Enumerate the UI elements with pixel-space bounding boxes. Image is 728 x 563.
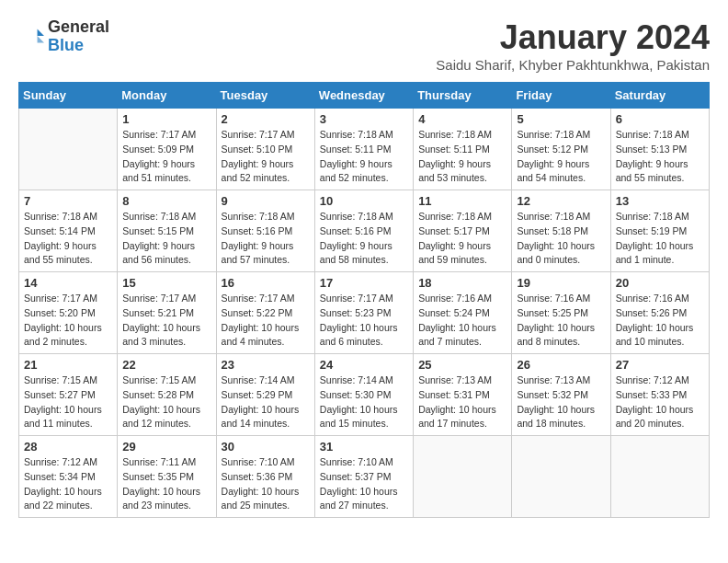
day-info: Sunrise: 7:18 AMSunset: 5:15 PMDaylight:… [122, 210, 210, 268]
day-number: 27 [616, 358, 704, 372]
calendar-table: SundayMondayTuesdayWednesdayThursdayFrid… [18, 82, 710, 518]
day-info: Sunrise: 7:18 AMSunset: 5:19 PMDaylight:… [616, 210, 704, 268]
day-number: 22 [122, 358, 210, 372]
day-number: 29 [122, 440, 210, 454]
page-header: General Blue January 2024 Saidu Sharif, … [18, 18, 710, 73]
day-cell: 30Sunrise: 7:10 AMSunset: 5:36 PMDayligh… [216, 436, 314, 518]
day-cell: 29Sunrise: 7:11 AMSunset: 5:35 PMDayligh… [118, 436, 216, 518]
day-cell: 14Sunrise: 7:17 AMSunset: 5:20 PMDayligh… [19, 272, 118, 354]
day-info: Sunrise: 7:18 AMSunset: 5:17 PMDaylight:… [418, 210, 506, 268]
day-info: Sunrise: 7:13 AMSunset: 5:32 PMDaylight:… [517, 373, 605, 431]
column-header-saturday: Saturday [610, 83, 709, 109]
day-info: Sunrise: 7:16 AMSunset: 5:24 PMDaylight:… [418, 292, 506, 350]
day-cell: 6Sunrise: 7:18 AMSunset: 5:13 PMDaylight… [610, 109, 709, 190]
day-info: Sunrise: 7:17 AMSunset: 5:20 PMDaylight:… [24, 292, 112, 350]
day-info: Sunrise: 7:18 AMSunset: 5:11 PMDaylight:… [418, 128, 506, 186]
column-header-monday: Monday [118, 83, 216, 109]
day-cell: 27Sunrise: 7:12 AMSunset: 5:33 PMDayligh… [610, 354, 709, 436]
day-cell: 2Sunrise: 7:17 AMSunset: 5:10 PMDaylight… [216, 109, 314, 190]
column-header-thursday: Thursday [414, 83, 512, 109]
day-number: 20 [616, 276, 704, 290]
day-number: 8 [122, 194, 210, 208]
day-number: 18 [418, 276, 506, 290]
day-cell: 24Sunrise: 7:14 AMSunset: 5:30 PMDayligh… [314, 354, 413, 436]
day-number: 15 [122, 276, 210, 290]
day-cell: 3Sunrise: 7:18 AMSunset: 5:11 PMDaylight… [314, 109, 413, 190]
day-cell: 5Sunrise: 7:18 AMSunset: 5:12 PMDaylight… [512, 109, 610, 190]
day-number: 31 [320, 440, 408, 454]
day-info: Sunrise: 7:14 AMSunset: 5:29 PMDaylight:… [222, 373, 310, 431]
day-cell: 8Sunrise: 7:18 AMSunset: 5:15 PMDaylight… [118, 190, 216, 272]
day-cell: 16Sunrise: 7:17 AMSunset: 5:22 PMDayligh… [216, 272, 314, 354]
day-cell: 1Sunrise: 7:17 AMSunset: 5:09 PMDaylight… [118, 109, 216, 190]
day-number: 12 [517, 194, 605, 208]
day-cell: 11Sunrise: 7:18 AMSunset: 5:17 PMDayligh… [414, 190, 512, 272]
day-number: 26 [517, 358, 605, 372]
calendar-header-row: SundayMondayTuesdayWednesdayThursdayFrid… [19, 83, 710, 109]
logo-general: General [48, 18, 109, 37]
day-cell [19, 109, 118, 190]
day-cell: 21Sunrise: 7:15 AMSunset: 5:27 PMDayligh… [19, 354, 118, 436]
day-info: Sunrise: 7:12 AMSunset: 5:34 PMDaylight:… [24, 455, 112, 513]
day-number: 24 [320, 358, 408, 372]
day-info: Sunrise: 7:16 AMSunset: 5:25 PMDaylight:… [517, 292, 605, 350]
week-row-2: 7Sunrise: 7:18 AMSunset: 5:14 PMDaylight… [19, 190, 710, 272]
day-number: 19 [517, 276, 605, 290]
day-number: 1 [122, 112, 210, 126]
day-info: Sunrise: 7:18 AMSunset: 5:14 PMDaylight:… [24, 210, 112, 268]
day-number: 14 [24, 276, 112, 290]
day-number: 17 [320, 276, 408, 290]
day-info: Sunrise: 7:14 AMSunset: 5:30 PMDaylight:… [320, 373, 408, 431]
column-header-tuesday: Tuesday [216, 83, 314, 109]
day-info: Sunrise: 7:17 AMSunset: 5:23 PMDaylight:… [320, 292, 408, 350]
day-cell: 22Sunrise: 7:15 AMSunset: 5:28 PMDayligh… [118, 354, 216, 436]
day-info: Sunrise: 7:10 AMSunset: 5:36 PMDaylight:… [222, 455, 310, 513]
location-title: Saidu Sharif, Khyber Pakhtunkhwa, Pakist… [436, 57, 710, 73]
day-cell [414, 436, 512, 518]
svg-marker-1 [38, 36, 44, 42]
day-info: Sunrise: 7:15 AMSunset: 5:27 PMDaylight:… [24, 373, 112, 431]
day-cell: 19Sunrise: 7:16 AMSunset: 5:25 PMDayligh… [512, 272, 610, 354]
day-info: Sunrise: 7:11 AMSunset: 5:35 PMDaylight:… [122, 455, 210, 513]
day-number: 5 [517, 112, 605, 126]
day-number: 28 [24, 440, 112, 454]
logo-text: General Blue [48, 18, 109, 55]
day-number: 10 [320, 194, 408, 208]
day-cell [610, 436, 709, 518]
day-info: Sunrise: 7:17 AMSunset: 5:21 PMDaylight:… [122, 292, 210, 350]
day-number: 11 [418, 194, 506, 208]
day-number: 6 [616, 112, 704, 126]
day-cell: 7Sunrise: 7:18 AMSunset: 5:14 PMDaylight… [19, 190, 118, 272]
day-cell [512, 436, 610, 518]
day-cell: 25Sunrise: 7:13 AMSunset: 5:31 PMDayligh… [414, 354, 512, 436]
day-number: 13 [616, 194, 704, 208]
day-number: 4 [418, 112, 506, 126]
day-cell: 31Sunrise: 7:10 AMSunset: 5:37 PMDayligh… [314, 436, 413, 518]
day-cell: 13Sunrise: 7:18 AMSunset: 5:19 PMDayligh… [610, 190, 709, 272]
svg-marker-0 [38, 29, 44, 35]
column-header-wednesday: Wednesday [314, 83, 413, 109]
day-cell: 18Sunrise: 7:16 AMSunset: 5:24 PMDayligh… [414, 272, 512, 354]
week-row-3: 14Sunrise: 7:17 AMSunset: 5:20 PMDayligh… [19, 272, 710, 354]
logo: General Blue [18, 18, 109, 55]
day-cell: 10Sunrise: 7:18 AMSunset: 5:16 PMDayligh… [314, 190, 413, 272]
day-info: Sunrise: 7:17 AMSunset: 5:10 PMDaylight:… [222, 128, 310, 186]
day-cell: 9Sunrise: 7:18 AMSunset: 5:16 PMDaylight… [216, 190, 314, 272]
day-info: Sunrise: 7:16 AMSunset: 5:26 PMDaylight:… [616, 292, 704, 350]
week-row-1: 1Sunrise: 7:17 AMSunset: 5:09 PMDaylight… [19, 109, 710, 190]
day-number: 16 [222, 276, 310, 290]
day-number: 23 [222, 358, 310, 372]
day-info: Sunrise: 7:18 AMSunset: 5:16 PMDaylight:… [222, 210, 310, 268]
day-number: 9 [222, 194, 310, 208]
day-number: 21 [24, 358, 112, 372]
week-row-4: 21Sunrise: 7:15 AMSunset: 5:27 PMDayligh… [19, 354, 710, 436]
day-cell: 20Sunrise: 7:16 AMSunset: 5:26 PMDayligh… [610, 272, 709, 354]
day-info: Sunrise: 7:18 AMSunset: 5:13 PMDaylight:… [616, 128, 704, 186]
logo-blue: Blue [48, 37, 109, 55]
day-info: Sunrise: 7:13 AMSunset: 5:31 PMDaylight:… [418, 373, 506, 431]
day-number: 7 [24, 194, 112, 208]
day-info: Sunrise: 7:18 AMSunset: 5:11 PMDaylight:… [320, 128, 408, 186]
day-info: Sunrise: 7:18 AMSunset: 5:16 PMDaylight:… [320, 210, 408, 268]
day-number: 3 [320, 112, 408, 126]
week-row-5: 28Sunrise: 7:12 AMSunset: 5:34 PMDayligh… [19, 436, 710, 518]
